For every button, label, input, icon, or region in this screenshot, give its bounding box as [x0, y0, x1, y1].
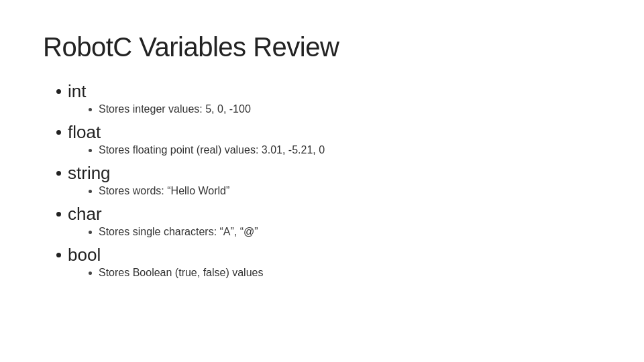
bullet2-icon [89, 231, 92, 234]
bullet2-icon [89, 190, 92, 193]
list-item: floatStores floating point (real) values… [56, 122, 601, 159]
level2-item: Stores integer values: 5, 0, -100 [56, 103, 601, 115]
slide-title: RobotC Variables Review [43, 32, 601, 62]
level2-text: Stores words: “Hello World” [99, 185, 229, 197]
level1-label: string [56, 163, 601, 184]
level2-item: Stores floating point (real) values: 3.0… [56, 144, 601, 156]
level1-label: char [56, 204, 601, 225]
level1-text: bool [68, 245, 101, 265]
bullet1-icon [56, 212, 61, 217]
level1-text: string [68, 163, 111, 184]
level1-label: bool [56, 245, 601, 265]
level2-text: Stores single characters: “A”, “@” [99, 226, 258, 238]
bullet2-icon [89, 272, 92, 275]
level1-text: char [68, 204, 102, 225]
list-item: stringStores words: “Hello World” [56, 163, 601, 200]
level2-text: Stores integer values: 5, 0, -100 [99, 103, 251, 115]
list-item: charStores single characters: “A”, “@” [56, 204, 601, 241]
slide: RobotC Variables Review intStores intege… [0, 0, 644, 362]
level1-text: int [68, 81, 86, 102]
level1-label: int [56, 81, 601, 102]
level2-item: Stores single characters: “A”, “@” [56, 226, 601, 238]
bullet1-icon [56, 253, 61, 257]
list-item: intStores integer values: 5, 0, -100 [56, 81, 601, 118]
level2-text: Stores floating point (real) values: 3.0… [99, 144, 325, 156]
bullet2-icon [89, 108, 92, 111]
bullet1-icon [56, 89, 61, 94]
bullet1-icon [56, 171, 61, 176]
bullet1-icon [56, 130, 61, 135]
level1-text: float [68, 122, 101, 143]
level2-item: Stores words: “Hello World” [56, 185, 601, 197]
list-item: boolStores Boolean (true, false) values [56, 245, 601, 282]
level2-item: Stores Boolean (true, false) values [56, 267, 601, 279]
bullet2-icon [89, 149, 92, 152]
level2-text: Stores Boolean (true, false) values [99, 267, 263, 279]
level1-label: float [56, 122, 601, 143]
content-area: intStores integer values: 5, 0, -100floa… [43, 81, 601, 286]
